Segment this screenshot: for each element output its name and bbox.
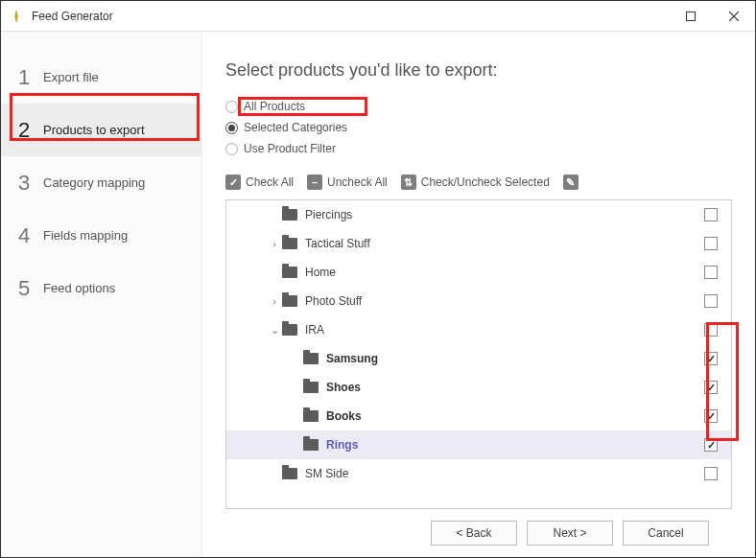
step-label: Export file — [43, 70, 99, 84]
category-checkbox[interactable] — [704, 208, 718, 221]
expand-icon[interactable]: ⌄ — [267, 324, 282, 337]
category-checkbox[interactable] — [704, 323, 718, 337]
tree-row[interactable]: Rings — [226, 430, 731, 459]
radio-selected-categories[interactable]: Selected Categories — [225, 117, 732, 138]
check-all-label: Check All — [246, 175, 294, 189]
tree-row[interactable]: Shoes — [226, 373, 731, 402]
app-icon — [9, 9, 24, 24]
category-name: Books — [326, 409, 704, 423]
toolbar: ✓ Check All – Uncheck All ⇅ Check/Unchec… — [225, 174, 732, 190]
category-name: Photo Stuff — [305, 294, 704, 308]
uncheck-all-icon: – — [307, 174, 322, 190]
radio-use-product-filter[interactable]: Use Product Filter — [225, 138, 732, 159]
radio-all-products[interactable]: All Products — [225, 96, 732, 117]
step-number: 3 — [18, 171, 43, 196]
sidebar-step-5[interactable]: 5Feed options — [1, 262, 201, 314]
toggle-selected-label: Check/Uncheck Selected — [421, 175, 550, 189]
sidebar: 1Export file2Products to export3Category… — [1, 32, 202, 557]
tree-row[interactable]: Books — [226, 402, 731, 430]
category-name: Samsung — [326, 352, 704, 365]
tree-row[interactable]: ›Photo Stuff — [226, 287, 731, 315]
next-button[interactable]: Next > — [527, 521, 613, 546]
sidebar-step-1[interactable]: 1Export file — [1, 51, 201, 104]
feed-generator-window: Feed Generator 1Export file2Products to … — [0, 0, 756, 558]
close-button[interactable] — [712, 2, 755, 31]
folder-icon — [303, 353, 319, 364]
step-number: 1 — [18, 65, 43, 90]
titlebar: Feed Generator — [1, 1, 755, 32]
sidebar-step-4[interactable]: 4Fields mapping — [1, 209, 201, 262]
radio-label: Selected Categories — [244, 121, 347, 134]
back-button[interactable]: < Back — [431, 521, 517, 546]
folder-icon — [282, 238, 297, 249]
toggle-selected-icon: ⇅ — [401, 174, 416, 190]
category-name: IRA — [305, 323, 704, 337]
category-checkbox[interactable] — [704, 266, 718, 279]
category-checkbox[interactable] — [704, 467, 718, 480]
folder-icon — [282, 267, 297, 278]
category-name: Rings — [326, 438, 704, 452]
category-checkbox[interactable] — [704, 409, 718, 423]
folder-icon — [282, 324, 297, 336]
check-all-icon: ✓ — [225, 174, 241, 190]
toggle-selected-button[interactable]: ⇅ Check/Uncheck Selected — [401, 174, 550, 190]
tree-row[interactable]: ⌄IRA — [226, 315, 731, 344]
category-name: Shoes — [326, 381, 704, 394]
tree-row[interactable]: ›Tactical Stuff — [226, 229, 731, 258]
folder-icon — [303, 382, 319, 393]
step-number: 5 — [18, 276, 43, 301]
radio-group: All ProductsSelected CategoriesUse Produ… — [225, 96, 732, 159]
footer: < Back Next > Cancel — [225, 509, 732, 557]
maximize-button[interactable] — [669, 2, 712, 31]
tree-row[interactable]: SM Side — [226, 459, 731, 488]
category-name: Piercings — [305, 208, 704, 221]
tree-row[interactable]: Piercings — [226, 200, 731, 229]
folder-icon — [282, 209, 297, 221]
svg-rect-0 — [686, 12, 695, 20]
step-number: 2 — [18, 118, 43, 143]
expand-icon[interactable]: › — [267, 295, 282, 307]
uncheck-all-label: Uncheck All — [327, 175, 388, 189]
radio-label: All Products — [244, 100, 305, 113]
category-tree-scroll[interactable]: Piercings›Tactical StuffHome›Photo Stuff… — [226, 200, 731, 508]
category-tree: Piercings›Tactical StuffHome›Photo Stuff… — [225, 199, 732, 509]
category-checkbox[interactable] — [704, 352, 718, 365]
cancel-button[interactable]: Cancel — [623, 521, 709, 546]
step-label: Fields mapping — [43, 228, 128, 243]
category-name: Tactical Stuff — [305, 237, 704, 250]
expand-icon[interactable]: › — [267, 238, 282, 249]
tree-row[interactable]: Samsung — [226, 344, 731, 373]
check-all-button[interactable]: ✓ Check All — [225, 174, 294, 190]
sidebar-step-3[interactable]: 3Category mapping — [1, 156, 201, 209]
folder-icon — [303, 439, 319, 451]
category-name: SM Side — [305, 467, 704, 480]
tree-row[interactable]: Home — [226, 258, 731, 287]
category-name: Home — [305, 266, 704, 279]
step-label: Products to export — [43, 123, 145, 137]
sidebar-step-2[interactable]: 2Products to export — [1, 104, 201, 156]
step-label: Feed options — [43, 281, 115, 295]
category-checkbox[interactable] — [704, 381, 718, 394]
radio-icon — [225, 101, 238, 113]
category-checkbox[interactable] — [704, 438, 718, 452]
main-panel: Select products you'd like to export: Al… — [202, 32, 755, 557]
main-title: Select products you'd like to export: — [225, 60, 732, 81]
toolbar-extra-icon[interactable]: ✎ — [563, 174, 579, 190]
body: 1Export file2Products to export3Category… — [1, 32, 755, 557]
uncheck-all-button[interactable]: – Uncheck All — [307, 174, 388, 190]
category-checkbox[interactable] — [704, 294, 718, 308]
radio-icon — [225, 143, 238, 155]
folder-icon — [282, 468, 297, 479]
category-checkbox[interactable] — [704, 237, 718, 250]
folder-icon — [303, 410, 319, 422]
step-label: Category mapping — [43, 175, 145, 190]
radio-icon — [225, 122, 238, 134]
window-title: Feed Generator — [32, 10, 669, 23]
folder-icon — [282, 295, 297, 307]
radio-label: Use Product Filter — [244, 142, 336, 155]
step-number: 4 — [18, 223, 43, 248]
